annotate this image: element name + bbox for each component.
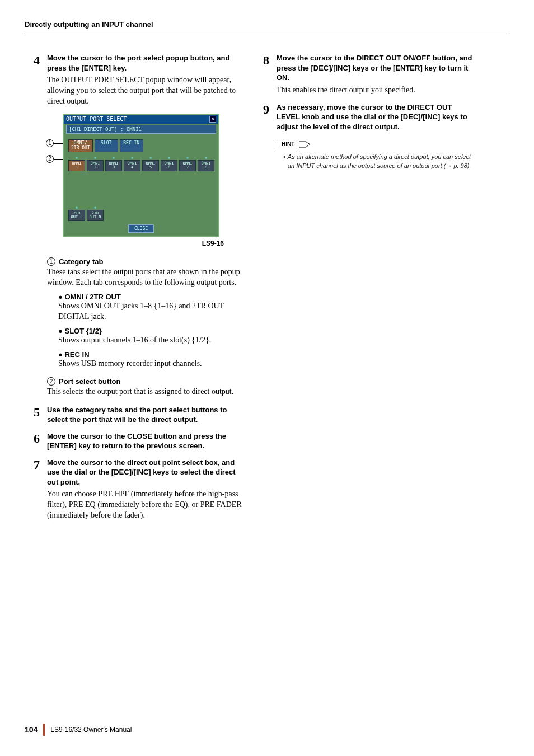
step-number: 4 xyxy=(34,54,47,107)
output-port-select-popup: OUTPUT PORT SELECT × [CH1 DIRECT OUT] : … xyxy=(63,114,219,238)
port-omni-2[interactable]: ◆OMNI2 xyxy=(87,160,104,171)
hint-text: • As an alternate method of specifying a… xyxy=(283,153,476,170)
popup-body: OMNI/2TR OUT SLOT REC IN ◆OMNI1 ◆OMNI2 ◆… xyxy=(64,135,218,237)
port-omni-3[interactable]: ◆OMNI3 xyxy=(105,160,122,171)
page-number: 104 xyxy=(25,725,38,734)
step-body: Move the cursor to the port select popup… xyxy=(47,53,246,107)
hint-label: HINT xyxy=(277,140,299,148)
callout-num-icon: 2 xyxy=(47,377,55,386)
step-number: 5 xyxy=(34,406,47,425)
tab-rec-in[interactable]: REC IN xyxy=(120,139,143,153)
step-body: As necessary, move the cursor to the DIR… xyxy=(277,102,476,132)
content-area: 4 Move the cursor to the port select pop… xyxy=(34,53,509,528)
step-4: 4 Move the cursor to the port select pop… xyxy=(34,53,246,107)
step-body: Move the cursor to the direct out point … xyxy=(47,458,246,521)
bullet-heading: ● REC IN xyxy=(58,350,246,359)
step-body: Move the cursor to the CLOSE button and … xyxy=(47,431,246,451)
header-rule xyxy=(25,32,509,32)
left-column: 4 Move the cursor to the port select pop… xyxy=(34,53,246,528)
step-8: 8 Move the cursor to the DIRECT OUT ON/O… xyxy=(263,53,476,96)
section-heading-2: 2 Port select button xyxy=(47,377,246,386)
callout-text: This selects the output port that is ass… xyxy=(47,387,246,397)
step-title: Move the cursor to the DIRECT OUT ON/OFF… xyxy=(277,53,476,83)
step-body: Use the category tabs and the port selec… xyxy=(47,405,246,425)
port-omni-4[interactable]: ◆OMNI4 xyxy=(124,160,140,171)
bullet-heading: ● OMNI / 2TR OUT xyxy=(58,293,246,301)
step-title: Move the cursor to the port select popup… xyxy=(47,53,246,73)
callout-title: Port select button xyxy=(59,377,121,386)
step-title: Move the cursor to the direct out point … xyxy=(47,458,246,487)
hint-arrow-icon xyxy=(299,140,311,149)
right-column: 8 Move the cursor to the DIRECT OUT ON/O… xyxy=(263,53,476,528)
step-number: 6 xyxy=(34,433,47,451)
popup-close-button[interactable]: CLOSE xyxy=(128,224,154,233)
callout-text: These tabs select the output ports that … xyxy=(47,267,246,288)
step-title: As necessary, move the cursor to the DIR… xyxy=(277,102,476,132)
hint-label-text: HINT xyxy=(282,141,294,147)
popup-title-text: OUTPUT PORT SELECT xyxy=(66,116,127,122)
callout-num-icon: 1 xyxy=(47,257,55,266)
bullet-dot: • xyxy=(283,153,285,170)
callout-marker-2: 2 xyxy=(46,155,54,163)
bullet-text: Shows OMNI OUT jacks 1–8 {1–16} and 2TR … xyxy=(58,301,246,322)
running-head: Directly outputting an INPUT channel xyxy=(25,20,509,32)
step-title: Move the cursor to the CLOSE button and … xyxy=(47,431,246,451)
figure-model-label: LS9-16 xyxy=(63,240,224,247)
running-head-text: Directly outputting an INPUT channel xyxy=(25,20,153,29)
popup-titlebar: OUTPUT PORT SELECT × xyxy=(64,115,218,124)
step-body: Move the cursor to the DIRECT OUT ON/OFF… xyxy=(277,53,476,96)
port-omni-6[interactable]: ◆OMNI6 xyxy=(161,160,177,171)
hint-content: As an alternate method of specifying a d… xyxy=(288,153,476,170)
section-heading-1: 1 Category tab xyxy=(47,257,246,266)
callout-descriptions: 1 Category tab These tabs select the out… xyxy=(47,257,246,397)
port-omni-5[interactable]: ◆OMNI5 xyxy=(142,160,159,171)
step-number: 8 xyxy=(263,54,277,96)
tab-slot[interactable]: SLOT xyxy=(95,139,118,153)
port-2tr-out-r[interactable]: ◆2TROUT R xyxy=(87,210,104,221)
popup-figure: 1 2 OUTPUT PORT SELECT × [CH1 DIRECT OUT… xyxy=(47,114,246,248)
step-7: 7 Move the cursor to the direct out poin… xyxy=(34,458,246,521)
port-omni-7[interactable]: ◆OMNI7 xyxy=(179,160,196,171)
hint-box: HINT • As an alternate method of specify… xyxy=(277,138,476,170)
callout-marker-1: 1 xyxy=(46,139,54,147)
port-omni-1[interactable]: ◆OMNI1 xyxy=(68,160,85,171)
port-omni-8[interactable]: ◆OMNI8 xyxy=(198,160,214,171)
step-9: 9 As necessary, move the cursor to the D… xyxy=(263,102,476,132)
footer-accent xyxy=(43,724,45,736)
port-2tr-out-l[interactable]: ◆2TROUT L xyxy=(68,210,85,221)
popup-subtitle: [CH1 DIRECT OUT] : OMNI1 xyxy=(66,125,216,134)
step-text: This enables the direct output you speci… xyxy=(277,85,476,96)
bullet-heading: ● SLOT {1/2} xyxy=(58,327,246,335)
bullet-text: Shows USB memory recorder input channels… xyxy=(58,359,246,369)
category-tabs-row: OMNI/2TR OUT SLOT REC IN xyxy=(66,138,216,154)
bullet-text: Shows output channels 1–16 of the slot(s… xyxy=(58,335,246,346)
step-text: The OUTPUT PORT SELECT popup window will… xyxy=(47,75,246,107)
port-buttons-row-1: ◆OMNI1 ◆OMNI2 ◆OMNI3 ◆OMNI4 ◆OMNI5 ◆OMNI… xyxy=(66,159,216,172)
step-6: 6 Move the cursor to the CLOSE button an… xyxy=(34,431,246,451)
step-5: 5 Use the category tabs and the port sel… xyxy=(34,405,246,425)
close-icon[interactable]: × xyxy=(209,116,216,123)
step-number: 9 xyxy=(263,104,277,132)
step-text: You can choose PRE HPF (immediately befo… xyxy=(47,489,246,521)
page-footer: 104 LS9-16/32 Owner's Manual xyxy=(25,724,132,736)
popup-spacer xyxy=(66,172,216,203)
step-title: Use the category tabs and the port selec… xyxy=(47,405,246,425)
port-buttons-row-2: ◆2TROUT L ◆2TROUT R xyxy=(66,209,216,222)
tab-omni-2tr-out[interactable]: OMNI/2TR OUT xyxy=(68,139,93,153)
callout-title: Category tab xyxy=(59,257,103,266)
step-number: 7 xyxy=(34,459,47,521)
footer-manual-name: LS9-16/32 Owner's Manual xyxy=(50,726,132,734)
